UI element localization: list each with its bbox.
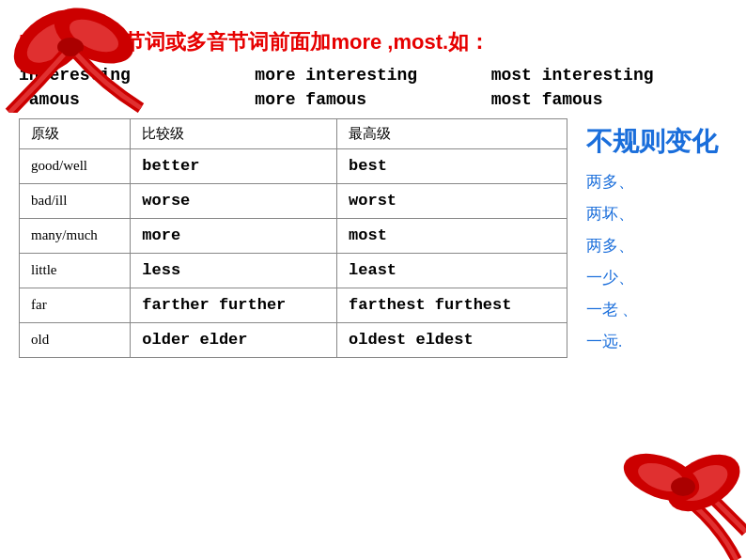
example1-superlative: most interesting (491, 66, 727, 85)
table-row: good/wellbetterbest (20, 149, 567, 184)
cell-superlative-2: most (337, 218, 567, 253)
cell-comparative-4: farther further (131, 288, 337, 322)
cell-base-1: bad/ill (20, 183, 131, 218)
rule-title: 5. 部分双音节词或多音节词前面加more ,most.如： (19, 28, 727, 56)
cell-base-5: old (20, 322, 131, 357)
table-row: bad/illworseworst (20, 183, 567, 218)
cell-base-0: good/well (20, 149, 131, 184)
cell-comparative-1: worse (131, 183, 337, 218)
cell-comparative-3: less (131, 253, 337, 288)
irregular-note-item: 两多、 (586, 166, 727, 198)
grammar-table: 原级 比较级 最高级 good/wellbetterbestbad/illwor… (19, 118, 567, 358)
examples-row-2: famous more famous most famous (19, 90, 727, 109)
cell-superlative-4: farthest furthest (337, 288, 567, 322)
col-header-superlative: 最高级 (337, 119, 567, 149)
example2-base: famous (19, 90, 255, 109)
table-row: farfarther furtherfarthest furthest (20, 288, 567, 322)
cell-comparative-2: more (131, 218, 337, 253)
irregular-note-item: 两多、 (586, 230, 727, 262)
cell-comparative-5: older elder (131, 322, 337, 357)
cell-superlative-0: best (337, 149, 567, 184)
irregular-note-item: 一老 、 (586, 294, 727, 326)
example1-base: interesting (19, 66, 255, 85)
table-header-row: 原级 比较级 最高级 (20, 119, 567, 149)
cell-superlative-3: least (337, 253, 567, 288)
cell-base-3: little (20, 253, 131, 288)
col-header-comparative: 比较级 (131, 119, 337, 149)
col-header-base: 原级 (20, 119, 131, 149)
table-area: 原级 比较级 最高级 good/wellbetterbestbad/illwor… (19, 118, 727, 358)
example2-comparative: more famous (255, 90, 490, 109)
header-section: 5. 部分双音节词或多音节词前面加more ,most.如： interesti… (19, 28, 727, 109)
table-row: oldolder elderoldest eldest (20, 322, 567, 357)
cell-base-2: many/much (20, 218, 131, 253)
irregular-note-item: 一少、 (586, 262, 727, 294)
irregular-notes: 两多、两坏、两多、一少、一老 、一远. (577, 166, 727, 358)
right-panel: 不规则变化 两多、两坏、两多、一少、一老 、一远. (577, 118, 727, 358)
cell-base-4: far (20, 288, 131, 322)
irregular-title: 不规则变化 (577, 128, 727, 157)
cell-superlative-5: oldest eldest (337, 322, 567, 357)
main-content: 5. 部分双音节词或多音节词前面加more ,most.如： interesti… (19, 28, 727, 541)
examples-row-1: interesting more interesting most intere… (19, 66, 727, 85)
cell-comparative-0: better (131, 149, 337, 184)
example2-superlative: most famous (491, 90, 727, 109)
irregular-note-item: 一远. (586, 326, 727, 358)
table-row: many/muchmoremost (20, 218, 567, 253)
table-row: littlelessleast (20, 253, 567, 288)
cell-superlative-1: worst (337, 183, 567, 218)
irregular-note-item: 两坏、 (586, 198, 727, 230)
example1-comparative: more interesting (255, 66, 490, 85)
